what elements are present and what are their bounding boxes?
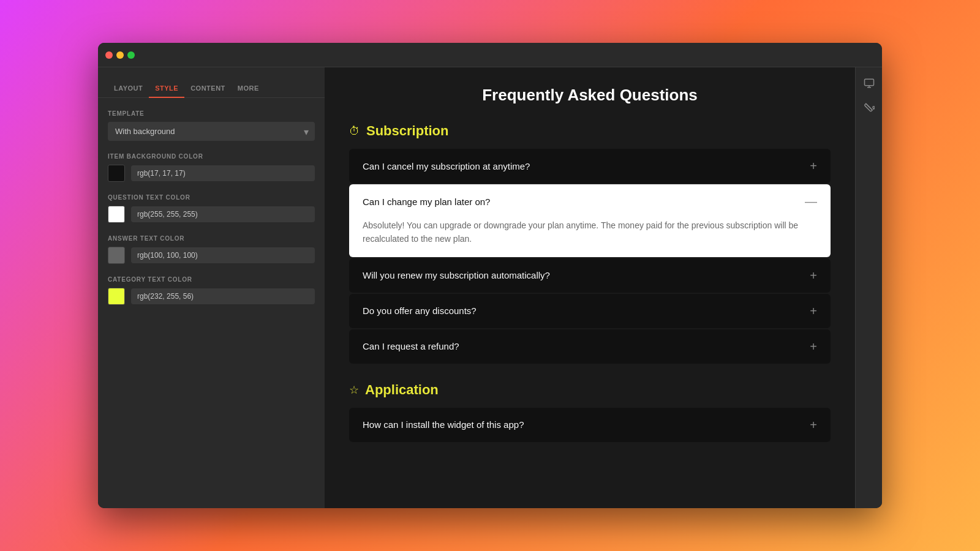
item-bg-color-label: ITEM BACKGROUND COLOR — [108, 153, 315, 160]
question-text-color-row: rgb(255, 255, 255) — [108, 206, 315, 223]
question-text-color-swatch[interactable] — [108, 206, 125, 223]
tab-content[interactable]: CONTENT — [184, 80, 232, 98]
subscription-title: Subscription — [366, 123, 448, 139]
page-title: Frequently Asked Questions — [349, 86, 831, 105]
category-text-color-row: rgb(232, 255, 56) — [108, 288, 315, 305]
application-faq-list: How can I install the widget of this app… — [349, 408, 831, 442]
answer-text-color-value: rgb(100, 100, 100) — [131, 247, 315, 263]
application-icon: ☆ — [349, 383, 359, 397]
faq-question-text-expanded: Can I change my plan later on? — [363, 197, 490, 207]
template-select-wrapper: With background Without background Minim… — [108, 122, 315, 141]
category-text-color-swatch[interactable] — [108, 288, 125, 305]
faq-question-expanded[interactable]: Can I change my plan later on? — — [349, 184, 831, 219]
answer-text-color-row: rgb(100, 100, 100) — [108, 247, 315, 264]
main-layout: LAYOUT STYLE CONTENT MORE TEMPLATE With … — [98, 67, 882, 508]
tab-layout[interactable]: LAYOUT — [108, 80, 149, 98]
item-bg-color-row: rgb(17, 17, 17) — [108, 165, 315, 182]
tab-more[interactable]: MORE — [232, 80, 265, 98]
monitor-icon[interactable] — [859, 73, 879, 93]
sidebar-content: TEMPLATE With background Without backgro… — [98, 98, 325, 508]
faq-answer: Absolutely! You can upgrade or downgrade… — [349, 219, 831, 257]
traffic-lights — [105, 51, 135, 59]
faq-question[interactable]: Can I cancel my subscription at anytime?… — [349, 149, 831, 183]
faq-toggle-minus-icon: — — [805, 195, 817, 208]
faq-question[interactable]: Do you offer any discounts? + — [349, 294, 831, 328]
faq-question[interactable]: Will you renew my subscription automatic… — [349, 258, 831, 293]
faq-item: Can I request a refund? + — [349, 329, 831, 364]
subscription-faq-list: Can I cancel my subscription at anytime?… — [349, 149, 831, 364]
faq-question-text: Can I cancel my subscription at anytime? — [363, 161, 530, 171]
category-text-color-label: CATEGORY TEXT COLOR — [108, 276, 315, 283]
faq-question-text: Will you renew my subscription automatic… — [363, 270, 550, 280]
minimize-button[interactable] — [116, 51, 124, 59]
faq-question-text: Do you offer any discounts? — [363, 305, 477, 316]
application-category-header: ☆ Application — [349, 382, 831, 398]
faq-toggle-plus-icon: + — [810, 269, 817, 282]
item-bg-color-value: rgb(17, 17, 17) — [131, 165, 315, 181]
faq-question-text: Can I request a refund? — [363, 341, 459, 351]
svg-rect-0 — [864, 79, 873, 86]
template-select[interactable]: With background Without background Minim… — [108, 122, 315, 141]
answer-text-color-swatch[interactable] — [108, 247, 125, 264]
sidebar: LAYOUT STYLE CONTENT MORE TEMPLATE With … — [98, 67, 325, 508]
subscription-category-header: ⏱ Subscription — [349, 123, 831, 139]
close-button[interactable] — [105, 51, 113, 59]
right-toolbar — [855, 67, 882, 508]
question-text-color-value: rgb(255, 255, 255) — [131, 206, 315, 222]
category-text-color-value: rgb(232, 255, 56) — [131, 288, 315, 304]
faq-toggle-plus-icon: + — [810, 305, 817, 317]
faq-toggle-plus-icon: + — [810, 160, 817, 172]
faq-question-text: How can I install the widget of this app… — [363, 419, 524, 430]
app-window: LAYOUT STYLE CONTENT MORE TEMPLATE With … — [98, 43, 882, 508]
faq-item: Will you renew my subscription automatic… — [349, 258, 831, 293]
content-area: Frequently Asked Questions ⏱ Subscriptio… — [325, 67, 855, 508]
faq-toggle-plus-icon: + — [810, 340, 817, 353]
answer-text-color-label: ANSWER TEXT COLOR — [108, 235, 315, 242]
titlebar — [98, 43, 882, 67]
item-bg-color-swatch[interactable] — [108, 165, 125, 182]
subscription-icon: ⏱ — [349, 125, 360, 138]
question-text-color-label: QUESTION TEXT COLOR — [108, 194, 315, 201]
paint-bucket-icon[interactable] — [859, 98, 879, 118]
faq-item: How can I install the widget of this app… — [349, 408, 831, 442]
maximize-button[interactable] — [127, 51, 135, 59]
sidebar-tabs: LAYOUT STYLE CONTENT MORE — [98, 67, 325, 98]
faq-question[interactable]: How can I install the widget of this app… — [349, 408, 831, 442]
faq-item-expanded: Can I change my plan later on? — Absolut… — [349, 184, 831, 257]
template-label: TEMPLATE — [108, 110, 315, 117]
faq-item: Do you offer any discounts? + — [349, 294, 831, 328]
faq-question[interactable]: Can I request a refund? + — [349, 329, 831, 364]
faq-item: Can I cancel my subscription at anytime?… — [349, 149, 831, 183]
application-title: Application — [365, 382, 439, 398]
tab-style[interactable]: STYLE — [149, 80, 184, 98]
faq-toggle-plus-icon: + — [810, 419, 817, 431]
